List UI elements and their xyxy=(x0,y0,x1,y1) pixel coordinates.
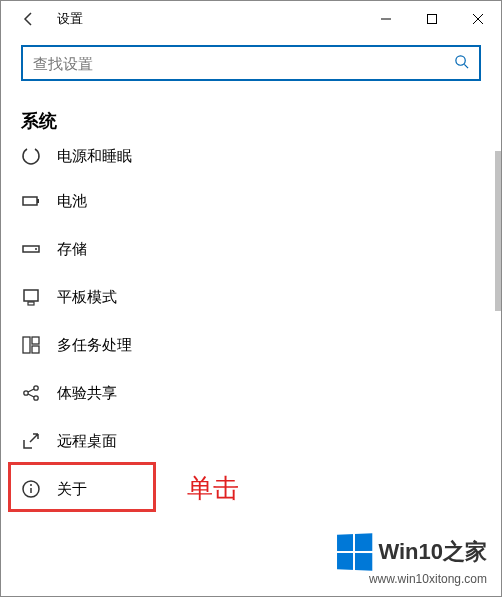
tablet-icon xyxy=(21,287,41,307)
search-container xyxy=(1,37,501,81)
branding-text: Win10之家 xyxy=(378,537,487,567)
titlebar: 设置 xyxy=(1,1,501,37)
nav-item-storage[interactable]: 存储 xyxy=(1,225,501,273)
search-input[interactable] xyxy=(33,55,454,72)
nav-label: 平板模式 xyxy=(57,288,117,307)
svg-rect-1 xyxy=(428,15,437,24)
nav-list: 电源和睡眠 电池 存储 平板模式 多任务处理 体验共享 远程桌面 xyxy=(1,147,501,513)
info-icon xyxy=(21,479,41,499)
nav-item-remote[interactable]: 远程桌面 xyxy=(1,417,501,465)
window-title: 设置 xyxy=(57,10,83,28)
multitask-icon xyxy=(21,335,41,355)
minimize-button[interactable] xyxy=(363,1,409,37)
svg-rect-12 xyxy=(32,346,39,353)
search-box[interactable] xyxy=(21,45,481,81)
nav-label: 关于 xyxy=(57,480,87,499)
remote-icon xyxy=(21,431,41,451)
power-icon xyxy=(21,147,41,167)
svg-rect-8 xyxy=(24,290,38,301)
search-icon xyxy=(454,54,469,72)
nav-item-battery[interactable]: 电池 xyxy=(1,177,501,225)
svg-point-14 xyxy=(34,386,38,390)
nav-label: 存储 xyxy=(57,240,87,259)
branding: Win10之家 www.win10xitong.com xyxy=(336,534,487,586)
svg-point-7 xyxy=(35,248,37,250)
storage-icon xyxy=(21,239,41,259)
close-button[interactable] xyxy=(455,1,501,37)
nav-item-about[interactable]: 关于 xyxy=(1,465,501,513)
annotation-click: 单击 xyxy=(187,471,239,506)
scrollbar-thumb[interactable] xyxy=(495,151,501,311)
nav-label: 电源和睡眠 xyxy=(57,147,132,166)
svg-line-16 xyxy=(28,389,34,392)
nav-item-shared[interactable]: 体验共享 xyxy=(1,369,501,417)
svg-rect-11 xyxy=(32,337,39,344)
svg-point-20 xyxy=(30,484,32,486)
svg-point-15 xyxy=(34,396,38,400)
nav-label: 多任务处理 xyxy=(57,336,132,355)
share-icon xyxy=(21,383,41,403)
branding-url: www.win10xitong.com xyxy=(336,572,487,586)
nav-label: 体验共享 xyxy=(57,384,117,403)
svg-rect-5 xyxy=(37,199,39,203)
maximize-button[interactable] xyxy=(409,1,455,37)
nav-item-multitask[interactable]: 多任务处理 xyxy=(1,321,501,369)
svg-rect-4 xyxy=(23,197,37,205)
svg-rect-10 xyxy=(23,337,30,353)
svg-point-13 xyxy=(24,391,28,395)
nav-item-power-sleep[interactable]: 电源和睡眠 xyxy=(1,147,501,177)
windows-logo-icon xyxy=(337,533,372,570)
nav-item-tablet[interactable]: 平板模式 xyxy=(1,273,501,321)
window-controls xyxy=(363,1,501,37)
svg-line-17 xyxy=(28,394,34,397)
section-title: 系统 xyxy=(1,81,501,147)
nav-label: 远程桌面 xyxy=(57,432,117,451)
nav-label: 电池 xyxy=(57,192,87,211)
svg-rect-9 xyxy=(28,302,34,305)
back-button[interactable] xyxy=(9,1,49,37)
battery-icon xyxy=(21,191,41,211)
svg-point-2 xyxy=(456,56,465,65)
svg-line-3 xyxy=(464,64,468,68)
